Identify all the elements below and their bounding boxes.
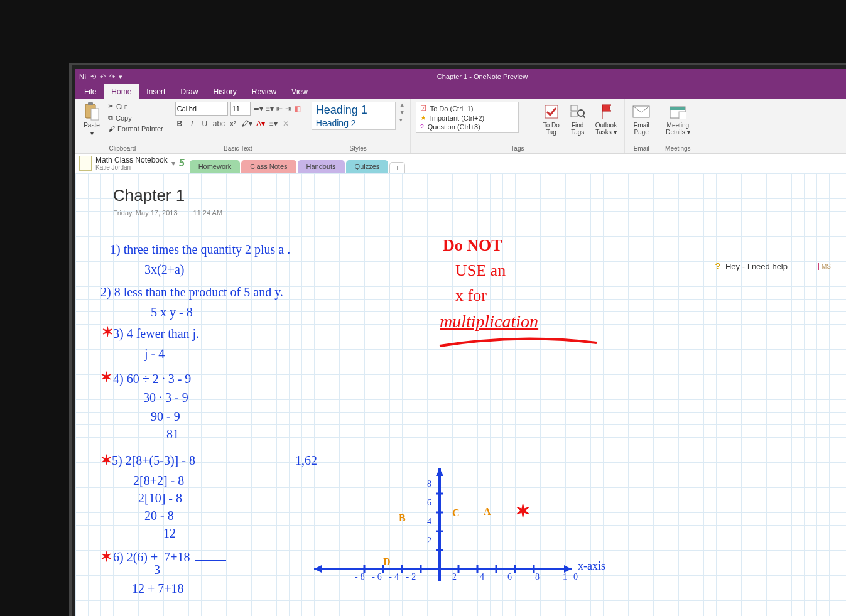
tab-view[interactable]: View [284, 84, 315, 99]
red-underline-icon [437, 337, 600, 355]
tab-home[interactable]: Home [104, 84, 139, 99]
ink-line-2: 2) 8 less than the product of 5 and y. [100, 285, 283, 300]
red-x-mark-4: ✶ [100, 369, 112, 386]
eraser-icon[interactable]: ◧ [294, 104, 301, 113]
style-heading1[interactable]: Heading 1 [316, 104, 391, 117]
page-header: Chapter 1 Friday, May 17, 2013 11:24 AM [113, 186, 236, 217]
calendar-icon [669, 103, 686, 121]
ink-line-5c: 2[10] - 8 [138, 491, 182, 505]
outlook-tasks-button[interactable]: Outlook Tasks ▾ [593, 102, 619, 137]
clear-format-button[interactable]: ✕ [281, 119, 290, 128]
group-label: Meetings [663, 145, 692, 152]
bold-button[interactable]: B [175, 119, 184, 128]
chevron-down-icon[interactable]: ▾ [171, 159, 175, 168]
svg-rect-5 [571, 112, 577, 117]
red-star-graph: ✶ [515, 500, 531, 522]
font-color-button[interactable]: A▾ [256, 119, 265, 128]
page-title[interactable]: Chapter 1 [113, 186, 236, 205]
ink-line-6c: 12 + 7+18 [132, 581, 184, 596]
author-initials: MS [818, 263, 831, 270]
todo-tag-button[interactable]: To Do Tag [540, 102, 563, 137]
strike-button[interactable]: abc [213, 119, 225, 128]
point-a: A [484, 506, 491, 517]
tab-history[interactable]: History [205, 84, 244, 99]
italic-button[interactable]: I [188, 119, 197, 128]
ink-line-2b: 5 x y - 8 [151, 305, 193, 320]
group-tags: ☑To Do (Ctrl+1) ★Important (Ctrl+2) ?Que… [411, 99, 625, 153]
red-note-4: multiplication [440, 311, 538, 332]
numbering-icon[interactable]: ≡▾ [266, 104, 274, 113]
side-note-text: Hey - I need help [725, 262, 788, 271]
section-quizzes[interactable]: Quizzes [346, 160, 389, 173]
section-handouts[interactable]: Handouts [298, 160, 345, 173]
ink-line-4c: 90 - 9 [151, 409, 180, 424]
styles-gallery[interactable]: Heading 1 Heading 2 [312, 102, 396, 130]
tab-draw[interactable]: Draw [173, 84, 205, 99]
section-add-button[interactable]: + [389, 162, 404, 173]
highlight-button[interactable]: 🖍▾ [241, 119, 252, 128]
page-time: 11:24 AM [193, 209, 222, 217]
cut-button[interactable]: ✂Cut [107, 102, 165, 111]
side-note[interactable]: ? Hey - I need help MS [715, 261, 831, 271]
font-size-select[interactable] [230, 102, 251, 116]
tab-review[interactable]: Review [244, 84, 284, 99]
subscript-button[interactable]: x² [229, 119, 237, 128]
email-page-button[interactable]: Email Page [630, 102, 653, 137]
tab-file[interactable]: File [77, 84, 104, 99]
group-label: Email [630, 145, 653, 152]
ink-line-5d: 20 - 8 [144, 509, 174, 523]
red-note-3: x for [455, 286, 487, 305]
ink-line-5e: 12 [163, 526, 176, 541]
axis-label-x: x-axis [578, 559, 605, 573]
section-homework[interactable]: Homework [190, 160, 241, 173]
tag-important[interactable]: ★Important (Ctrl+2) [420, 114, 514, 122]
checkbox-icon: ☑ [420, 104, 426, 112]
align-button[interactable]: ≡▾ [269, 119, 278, 128]
copy-button[interactable]: ⧉Copy [107, 113, 165, 122]
ink-line-1b: 3x(2+a) [144, 262, 184, 277]
group-label: Styles [312, 145, 405, 152]
red-note-1: Do NOT [443, 236, 502, 255]
meeting-details-button[interactable]: Meeting Details ▾ [663, 102, 692, 137]
undo-icon[interactable]: ↶ [100, 73, 106, 81]
format-painter-button[interactable]: 🖌Format Painter [107, 124, 165, 133]
gallery-down-icon[interactable]: ▼ [399, 109, 405, 116]
notebook-picker[interactable]: Math Class Notebook Katie Jordan ▾ 5 [79, 156, 185, 171]
red-x-mark-5: ✶ [100, 452, 112, 468]
group-meetings: Meeting Details ▾ Meetings [658, 99, 697, 153]
ink-line-5b: 2[8+2] - 8 [133, 473, 184, 488]
find-tags-button[interactable]: Find Tags [567, 102, 589, 137]
gallery-up-icon[interactable]: ▲ [399, 102, 405, 108]
scissors-icon: ✂ [108, 102, 114, 111]
sync-badge: 5 [179, 158, 185, 169]
tags-gallery[interactable]: ☑To Do (Ctrl+1) ★Important (Ctrl+2) ?Que… [416, 102, 519, 133]
section-classnotes[interactable]: Class Notes [241, 160, 296, 173]
group-label: Tags [416, 145, 619, 152]
underline-button[interactable]: U [200, 119, 209, 128]
group-email: Email Page Email [625, 99, 658, 153]
page-canvas[interactable]: Chapter 1 Friday, May 17, 2013 11:24 AM … [75, 173, 846, 616]
red-x-mark-3: ✶ [102, 324, 113, 340]
indent-icon[interactable]: ⇥ [285, 104, 291, 113]
group-label: Clipboard [80, 145, 165, 152]
back-icon[interactable]: ⟲ [90, 73, 96, 81]
axis-ticks-neg: -8 -6 -4 -2 [355, 572, 418, 582]
point-d: D [383, 556, 391, 568]
tag-question[interactable]: ?Question (Ctrl+3) [420, 123, 514, 131]
svg-rect-3 [545, 105, 558, 118]
ink-line-4d: 81 [166, 427, 179, 441]
point-b: B [399, 512, 406, 524]
notebook-bar: Math Class Notebook Katie Jordan ▾ 5 Hom… [75, 154, 846, 173]
chevron-down-icon: ▾ [90, 130, 94, 137]
tag-todo[interactable]: ☑To Do (Ctrl+1) [420, 104, 514, 112]
bullets-icon[interactable]: ≣▾ [253, 104, 263, 113]
gallery-more-icon[interactable]: ▾ [399, 117, 405, 123]
font-select[interactable] [175, 102, 228, 116]
search-tags-icon [569, 103, 587, 121]
axis-ticks-y: 8 6 4 2 [427, 475, 431, 550]
redo-icon[interactable]: ↷ [109, 73, 115, 81]
style-heading2[interactable]: Heading 2 [316, 118, 391, 128]
outdent-icon[interactable]: ⇤ [276, 104, 283, 113]
tab-insert[interactable]: Insert [139, 84, 173, 99]
paste-button[interactable]: Paste ▾ [80, 102, 103, 138]
